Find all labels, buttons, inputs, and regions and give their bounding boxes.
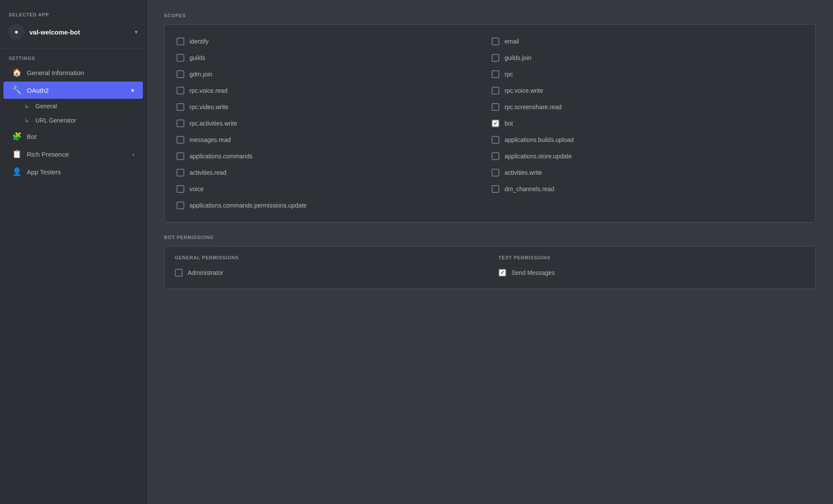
general-perms-col: GENERAL PERMISSIONS Administrator [175, 255, 481, 280]
scope-checkbox-activities-read[interactable] [177, 169, 184, 176]
scope-item-rpc-voice-write: rpc.voice.write [490, 82, 805, 99]
scope-label-rpc-video-write: rpc.video.write [189, 104, 228, 110]
perm-label-administrator: Administrator [188, 269, 223, 276]
document-icon: 📋 [12, 149, 22, 159]
sidebar-item-app-testers[interactable]: 👤 App Testers [3, 163, 143, 180]
scope-checkbox-applications-builds-upload[interactable] [492, 136, 499, 144]
sidebar-item-general-information[interactable]: 🏠 General Information [3, 64, 143, 81]
scopes-right-col: emailguilds.joinrpcrpc.voice.writerpc.sc… [490, 33, 805, 197]
rich-presence-chevron-icon: › [133, 151, 134, 158]
general-perms-list: Administrator [175, 265, 481, 280]
scope-item-bot: bot [490, 115, 805, 132]
scope-checkbox-rpc-voice-read[interactable] [177, 87, 184, 94]
scope-item-rpc-video-write: rpc.video.write [175, 99, 490, 115]
scope-label-email: email [505, 38, 519, 45]
scope-checkbox-guilds-join[interactable] [492, 54, 499, 62]
app-testers-label: App Testers [27, 168, 61, 176]
scope-label-identify: identify [189, 38, 208, 45]
scopes-left-col: identifyguildsgdm.joinrpc.voice.readrpc.… [175, 33, 490, 197]
settings-label: SETTINGS [0, 52, 146, 63]
scope-label-rpc-voice-write: rpc.voice.write [505, 87, 543, 94]
scope-item-activities-read: activities.read [175, 164, 490, 181]
scope-checkbox-applications-store-update[interactable] [492, 152, 499, 160]
app-name: val-welcome-bot [29, 28, 129, 36]
app-avatar: ● [9, 24, 24, 40]
app-chevron-icon: ▾ [135, 28, 138, 35]
scope-item-applications-store-update: applications.store.update [490, 148, 805, 164]
person-icon: 👤 [12, 167, 22, 176]
general-perms-label: GENERAL PERMISSIONS [175, 255, 481, 260]
scope-checkbox-rpc-screenshare-read[interactable] [492, 103, 499, 111]
scope-checkbox-bot[interactable] [492, 120, 499, 127]
scope-checkbox-email[interactable] [492, 38, 499, 45]
perm-item-send-messages: Send Messages [499, 265, 805, 280]
scope-checkbox-rpc-voice-write[interactable] [492, 87, 499, 94]
scope-item-rpc-screenshare-read: rpc.screenshare.read [490, 99, 805, 115]
scope-checkbox-applications-commands[interactable] [177, 152, 184, 160]
scope-item-rpc: rpc [490, 66, 805, 82]
url-generator-label: URL Generator [35, 117, 76, 124]
scope-checkbox-rpc-video-write[interactable] [177, 103, 184, 111]
scope-checkbox-dm-channels-read[interactable] [492, 185, 499, 193]
perm-checkbox-administrator[interactable] [175, 269, 183, 277]
scope-label-rpc-voice-read: rpc.voice.read [189, 87, 227, 94]
scope-label-guilds: guilds [189, 54, 205, 61]
sidebar-item-oauth2[interactable]: 🔧 OAuth2 ▾ [3, 82, 143, 99]
scope-item-guilds: guilds [175, 50, 490, 66]
rich-presence-label: Rich Presence [27, 151, 69, 158]
scope-label-activities-read: activities.read [189, 169, 227, 176]
scope-item-applications-builds-upload: applications.builds.upload [490, 132, 805, 148]
oauth2-label: OAuth2 [27, 87, 49, 94]
scope-label-applications-store-update: applications.store.update [505, 153, 572, 160]
scope-label-rpc-activities-write: rpc.activities.write [189, 120, 237, 127]
scope-label-messages-read: messages.read [189, 136, 231, 143]
scope-checkbox-rpc-activities-write[interactable] [177, 120, 184, 127]
scope-checkbox-rpc[interactable] [492, 70, 499, 78]
bot-label: Bot [27, 133, 37, 140]
sub-arrow-url-icon: ↳ [24, 117, 29, 124]
home-icon: 🏠 [12, 68, 22, 77]
scope-label-applications-commands-permissions-update: applications.commands.permissions.update [189, 202, 307, 209]
settings-divider [0, 48, 146, 49]
scopes-grid: identifyguildsgdm.joinrpc.voice.readrpc.… [175, 33, 805, 214]
scope-checkbox-activities-write[interactable] [492, 169, 499, 176]
scope-item-rpc-activities-write: rpc.activities.write [175, 115, 490, 132]
perm-item-administrator: Administrator [175, 265, 481, 280]
scope-checkbox-gdm-join[interactable] [177, 70, 184, 78]
scope-label-rpc: rpc [505, 71, 513, 78]
sidebar-item-rich-presence[interactable]: 📋 Rich Presence › [3, 145, 143, 163]
text-perms-col: TEXT PERMISSIONS Send Messages [499, 255, 805, 280]
sidebar-item-url-generator[interactable]: ↳ URL Generator [3, 113, 143, 127]
perm-checkbox-send-messages[interactable] [499, 269, 506, 277]
scope-item-rpc-voice-read: rpc.voice.read [175, 82, 490, 99]
sub-arrow-general-icon: ↳ [24, 103, 29, 110]
sidebar-item-general[interactable]: ↳ General [3, 99, 143, 113]
scope-label-gdm-join: gdm.join [189, 71, 212, 78]
scope-item-gdm-join: gdm.join [175, 66, 490, 82]
sidebar-item-bot[interactable]: 🧩 Bot [3, 128, 143, 145]
scope-checkbox-voice[interactable] [177, 185, 184, 193]
bot-permissions-section: BOT PERMISSIONS GENERAL PERMISSIONS Admi… [164, 235, 816, 289]
scope-label-dm-channels-read: dm_channels.read [505, 186, 554, 192]
permissions-cols: GENERAL PERMISSIONS Administrator TEXT P… [175, 255, 805, 280]
general-information-label: General Information [27, 69, 84, 76]
scope-checkbox-guilds[interactable] [177, 54, 184, 62]
scope-label-activities-write: activities.write [505, 169, 542, 176]
bot-permissions-label: BOT PERMISSIONS [164, 235, 816, 240]
scope-checkbox-applications-commands-permissions-update[interactable] [177, 202, 184, 209]
app-selector[interactable]: ● val-welcome-bot ▾ [0, 20, 146, 47]
sidebar: SELECTED APP ● val-welcome-bot ▾ SETTING… [0, 0, 147, 504]
scope-checkbox-identify[interactable] [177, 38, 184, 45]
scope-item-dm-channels-read: dm_channels.read [490, 181, 805, 197]
general-sub-label: General [35, 103, 57, 110]
permissions-box: GENERAL PERMISSIONS Administrator TEXT P… [164, 246, 816, 289]
scope-item-email: email [490, 33, 805, 50]
scope-label-applications-commands: applications.commands [189, 153, 252, 160]
text-perms-label: TEXT PERMISSIONS [499, 255, 805, 260]
scope-item-applications-commands-permissions-update: applications.commands.permissions.update [175, 197, 805, 214]
wrench-icon: 🔧 [12, 85, 22, 95]
scope-label-rpc-screenshare-read: rpc.screenshare.read [505, 104, 562, 110]
scopes-box: identifyguildsgdm.joinrpc.voice.readrpc.… [164, 24, 816, 223]
scope-label-bot: bot [505, 120, 513, 127]
scope-checkbox-messages-read[interactable] [177, 136, 184, 144]
